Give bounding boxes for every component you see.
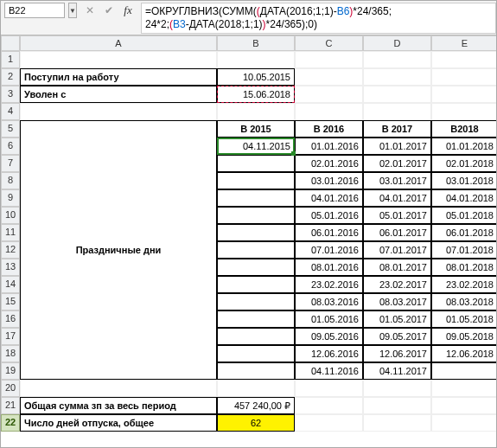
holiday-cell[interactable]: 01.05.2018 <box>431 310 497 328</box>
holiday-cell[interactable] <box>217 293 295 310</box>
cell[interactable] <box>295 103 363 120</box>
holiday-cell[interactable]: 01.01.2016 <box>295 138 363 155</box>
holiday-cell[interactable]: 04.11.2017 <box>363 362 431 380</box>
holiday-cell[interactable]: 04.01.2017 <box>363 189 431 207</box>
holiday-cell[interactable]: 12.06.2016 <box>295 345 363 362</box>
holiday-cell[interactable]: 07.01.2018 <box>431 241 497 259</box>
row-header[interactable]: 11 <box>1 224 20 241</box>
cell[interactable] <box>363 51 431 68</box>
holiday-cell[interactable] <box>217 155 295 172</box>
cell[interactable] <box>20 51 217 68</box>
row-header[interactable]: 3 <box>1 86 20 103</box>
holiday-cell[interactable] <box>217 241 295 259</box>
cell[interactable] <box>295 397 363 414</box>
formula-input[interactable]: =ОКРУГЛВНИЗ(СУММ((ДАТА(2016;1;1)-B6)*24/… <box>141 3 496 34</box>
holiday-cell[interactable]: 01.01.2017 <box>363 138 431 155</box>
confirm-icon[interactable]: ✔ <box>103 4 115 16</box>
value-start-date[interactable]: 10.05.2015 <box>217 68 295 86</box>
holiday-cell[interactable]: 23.02.2017 <box>363 276 431 293</box>
holiday-cell[interactable]: 09.05.2017 <box>363 328 431 345</box>
year-header[interactable]: В 2017 <box>363 120 431 138</box>
row-header[interactable]: 2 <box>1 68 20 86</box>
select-all-corner[interactable] <box>1 35 20 51</box>
row-header[interactable]: 16 <box>1 310 20 328</box>
cell[interactable] <box>431 397 497 414</box>
holiday-cell[interactable]: 12.06.2018 <box>431 345 497 362</box>
holiday-cell[interactable]: 08.03.2016 <box>295 293 363 310</box>
holiday-cell[interactable]: 03.01.2016 <box>295 172 363 189</box>
holiday-cell[interactable]: 08.03.2018 <box>431 293 497 310</box>
holiday-cell[interactable] <box>217 259 295 276</box>
holiday-cell[interactable]: 23.02.2018 <box>431 276 497 293</box>
holiday-cell[interactable]: 09.05.2018 <box>431 328 497 345</box>
holiday-cell[interactable] <box>217 172 295 189</box>
label-vacation-days[interactable]: Число дней отпуска, общее <box>20 414 217 432</box>
row-header[interactable]: 21 <box>1 397 20 414</box>
holiday-cell[interactable]: 08.01.2016 <box>295 259 363 276</box>
cell[interactable] <box>431 380 497 397</box>
cell[interactable] <box>295 68 363 86</box>
holiday-cell[interactable]: 04.11.2016 <box>295 362 363 380</box>
holiday-cell[interactable]: 08.01.2017 <box>363 259 431 276</box>
row-header[interactable]: 4 <box>1 103 20 120</box>
holiday-cell[interactable]: 08.03.2017 <box>363 293 431 310</box>
col-header-c[interactable]: C <box>295 35 363 51</box>
value-total-sum[interactable]: 457 240,00 ₽ <box>217 397 295 414</box>
cell[interactable] <box>20 380 217 397</box>
holiday-cell[interactable] <box>217 224 295 241</box>
value-vacation-days[interactable]: 62 <box>217 414 295 432</box>
cell[interactable] <box>363 380 431 397</box>
row-header[interactable]: 17 <box>1 328 20 345</box>
holiday-cell[interactable]: 07.01.2016 <box>295 241 363 259</box>
row-header[interactable]: 5 <box>1 120 20 138</box>
name-box[interactable]: B22 <box>4 3 65 18</box>
cell[interactable] <box>363 103 431 120</box>
holiday-cell[interactable]: 06.01.2018 <box>431 224 497 241</box>
holiday-cell[interactable] <box>217 207 295 224</box>
col-header-a[interactable]: A <box>20 35 217 51</box>
cell[interactable] <box>363 86 431 103</box>
holiday-cell[interactable]: 04.11.2015 <box>217 138 295 155</box>
holiday-cell[interactable]: 09.05.2016 <box>295 328 363 345</box>
cell[interactable] <box>431 51 497 68</box>
label-fired[interactable]: Уволен с <box>20 86 217 103</box>
cancel-icon[interactable]: ✕ <box>84 4 96 16</box>
row-header[interactable]: 22 <box>1 414 20 432</box>
holiday-cell[interactable] <box>431 362 497 380</box>
holiday-cell[interactable]: 05.01.2017 <box>363 207 431 224</box>
row-header[interactable]: 18 <box>1 345 20 362</box>
fx-icon[interactable]: fx <box>122 3 134 17</box>
cell[interactable] <box>431 414 497 432</box>
spreadsheet-grid[interactable]: A B C D E 1 2 Поступил на работу 10.05.2… <box>1 35 496 432</box>
holiday-cell[interactable] <box>217 276 295 293</box>
row-header[interactable]: 9 <box>1 189 20 207</box>
cell[interactable] <box>363 397 431 414</box>
col-header-d[interactable]: D <box>363 35 431 51</box>
cell[interactable] <box>217 103 295 120</box>
holiday-cell[interactable]: 07.01.2017 <box>363 241 431 259</box>
holiday-cell[interactable]: 08.01.2018 <box>431 259 497 276</box>
row-header[interactable]: 8 <box>1 172 20 189</box>
cell[interactable] <box>363 68 431 86</box>
row-header[interactable]: 15 <box>1 293 20 310</box>
year-header[interactable]: В2018 <box>431 120 497 138</box>
row-header[interactable]: 6 <box>1 138 20 155</box>
row-header[interactable]: 14 <box>1 276 20 293</box>
row-header[interactable]: 1 <box>1 51 20 68</box>
holiday-cell[interactable] <box>217 328 295 345</box>
year-header[interactable]: В 2015 <box>217 120 295 138</box>
holiday-cell[interactable]: 05.01.2018 <box>431 207 497 224</box>
holiday-cell[interactable]: 01.05.2017 <box>363 310 431 328</box>
year-header[interactable]: В 2016 <box>295 120 363 138</box>
cell[interactable] <box>295 51 363 68</box>
row-header[interactable]: 10 <box>1 207 20 224</box>
row-header[interactable]: 13 <box>1 259 20 276</box>
row-header[interactable]: 20 <box>1 380 20 397</box>
holiday-cell[interactable]: 06.01.2017 <box>363 224 431 241</box>
holiday-cell[interactable]: 12.06.2017 <box>363 345 431 362</box>
cell[interactable] <box>431 103 497 120</box>
holiday-cell[interactable] <box>217 189 295 207</box>
holiday-cell[interactable]: 23.02.2016 <box>295 276 363 293</box>
holiday-cell[interactable]: 01.05.2016 <box>295 310 363 328</box>
label-total-sum[interactable]: Общая сумма зп за весь период <box>20 397 217 414</box>
